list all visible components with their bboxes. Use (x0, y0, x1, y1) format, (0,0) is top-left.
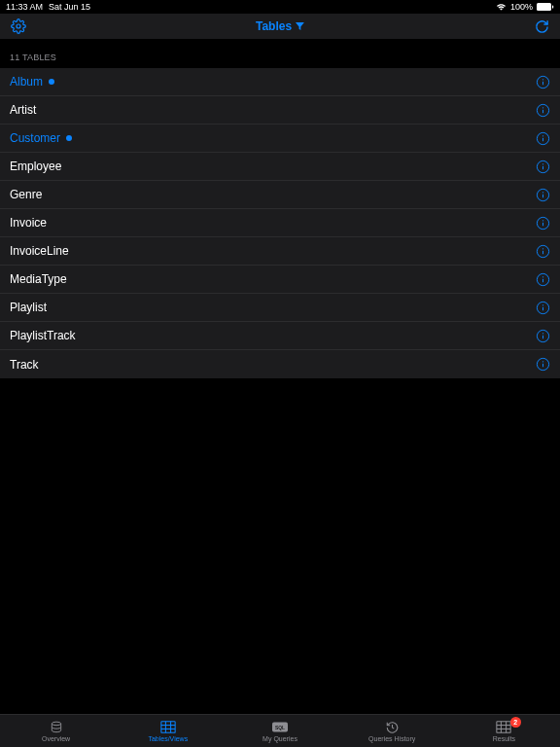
svg-rect-37 (161, 722, 175, 733)
info-icon[interactable] (536, 160, 550, 174)
table-row[interactable]: Album (0, 68, 560, 96)
svg-point-26 (542, 276, 543, 277)
info-icon[interactable] (536, 329, 550, 343)
svg-rect-0 (537, 3, 551, 11)
table-row[interactable]: Track (0, 350, 560, 378)
tab-label: My Queries (262, 735, 298, 742)
svg-point-29 (542, 304, 543, 305)
svg-point-2 (17, 24, 20, 28)
svg-point-23 (542, 248, 543, 249)
info-icon[interactable] (536, 301, 550, 315)
svg-point-20 (542, 220, 543, 221)
settings-button[interactable] (10, 18, 27, 35)
svg-point-5 (542, 79, 543, 80)
table-row[interactable]: Employee (0, 153, 560, 181)
tab-queries-history[interactable]: Queries History (336, 715, 448, 747)
info-icon[interactable] (536, 188, 550, 202)
battery-icon (537, 3, 554, 11)
svg-point-35 (542, 361, 543, 362)
refresh-button[interactable] (533, 18, 550, 35)
table-name: MediaType (10, 272, 67, 286)
status-bar: 11:33 AM Sat Jun 15 100% (0, 0, 560, 14)
table-name: Playlist (10, 301, 47, 314)
tab-label: Queries History (368, 735, 415, 742)
table-name: Genre (10, 188, 42, 201)
table-name: Employee (10, 160, 61, 173)
table-name: Customer (10, 131, 60, 145)
tab-label: Tables/Views (148, 735, 188, 742)
wifi-icon (496, 3, 507, 11)
tab-tables-views[interactable]: Tables/Views (112, 715, 224, 747)
svg-point-32 (542, 333, 543, 334)
filter-icon (296, 22, 304, 30)
modified-dot-icon (49, 79, 54, 85)
table-name: Track (10, 358, 39, 372)
svg-point-11 (542, 135, 543, 136)
history-icon (384, 721, 400, 734)
svg-text:SQL: SQL (275, 726, 285, 730)
svg-point-14 (542, 163, 543, 164)
table-name: InvoiceLine (10, 244, 69, 258)
info-icon[interactable] (536, 272, 550, 287)
info-icon[interactable] (536, 244, 550, 259)
tab-my-queries[interactable]: SQLMy Queries (224, 715, 335, 747)
grid-icon (496, 721, 511, 734)
status-date: Sat Jun 15 (49, 2, 90, 12)
svg-rect-1 (552, 6, 553, 9)
section-header: 11 TABLES (0, 39, 560, 68)
tab-label: Overview (42, 735, 70, 742)
table-list: AlbumArtistCustomerEmployeeGenreInvoiceI… (0, 68, 560, 378)
tab-bar: OverviewTables/ViewsSQLMy QueriesQueries… (0, 714, 560, 747)
table-name: Artist (10, 103, 36, 117)
nav-title[interactable]: Tables (256, 19, 304, 33)
table-name: Invoice (10, 216, 47, 230)
svg-rect-44 (497, 722, 510, 733)
database-icon (49, 721, 64, 734)
status-time: 11:33 AM (6, 2, 43, 12)
grid-icon (160, 721, 176, 734)
modified-dot-icon (66, 135, 72, 141)
table-row[interactable]: Genre (0, 181, 560, 209)
tab-overview[interactable]: Overview (0, 715, 112, 747)
sql-icon: SQL (272, 721, 288, 734)
badge: 2 (510, 717, 521, 728)
tab-label: Results (493, 735, 515, 742)
svg-point-8 (542, 107, 543, 108)
table-row[interactable]: Playlist (0, 294, 560, 322)
table-row[interactable]: Customer (0, 124, 560, 153)
info-icon[interactable] (536, 216, 550, 231)
table-row[interactable]: PlaylistTrack (0, 322, 560, 350)
info-icon[interactable] (536, 131, 550, 146)
nav-bar: Tables (0, 14, 560, 39)
info-icon[interactable] (536, 103, 550, 118)
table-row[interactable]: Invoice (0, 209, 560, 237)
table-row[interactable]: InvoiceLine (0, 237, 560, 266)
svg-point-17 (542, 192, 543, 193)
tab-results[interactable]: Results2 (448, 715, 560, 747)
table-row[interactable]: Artist (0, 96, 560, 124)
nav-title-text: Tables (256, 19, 292, 33)
table-name: Album (10, 75, 43, 89)
table-row[interactable]: MediaType (0, 266, 560, 294)
info-icon[interactable] (536, 75, 550, 89)
info-icon[interactable] (536, 357, 550, 372)
svg-point-36 (52, 722, 60, 726)
battery-percent: 100% (510, 2, 533, 12)
table-name: PlaylistTrack (10, 329, 76, 342)
